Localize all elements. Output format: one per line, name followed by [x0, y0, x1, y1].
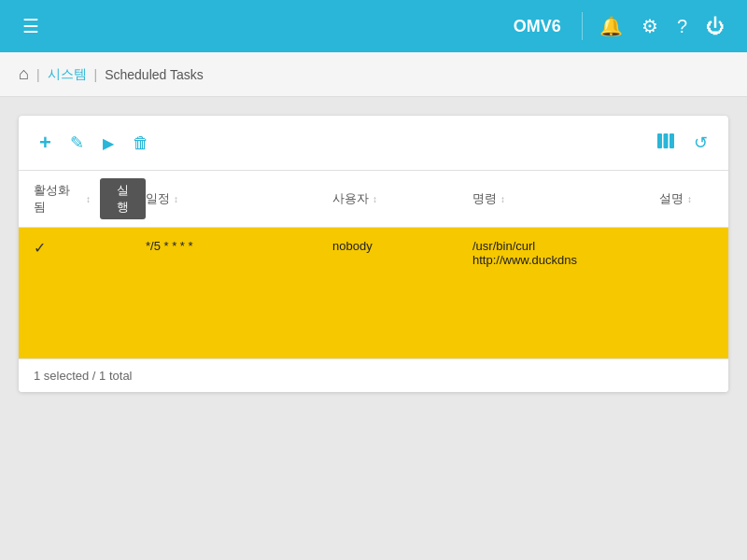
table-header: 활성화됨 ↕ 실행 일정 ↕ 사용자 ↕ 명령 ↕ 설명 ↕: [19, 171, 728, 228]
navbar-divider: [582, 12, 583, 40]
scheduled-tasks-card: + ✎ ▶ 🗑: [19, 116, 728, 392]
gear-icon: ⚙: [641, 15, 658, 37]
settings-button[interactable]: ⚙: [634, 9, 666, 43]
play-icon: ▶: [103, 134, 114, 152]
col-label-command: 명령: [472, 190, 497, 207]
navbar-right: OMV6 🔔 ⚙ ? ⏻: [514, 9, 732, 43]
cell-user: nobody: [332, 239, 472, 253]
columns-icon: [656, 132, 675, 155]
cell-schedule: */5 * * * *: [146, 239, 332, 253]
svg-rect-1: [664, 133, 669, 148]
power-icon: ⏻: [706, 16, 725, 37]
col-header-schedule: 일정 ↕: [146, 178, 332, 219]
cell-command: /usr/bin/curl http://www.duckdns: [472, 239, 659, 267]
bell-icon: 🔔: [599, 15, 623, 37]
breadcrumb-sep-1: |: [36, 67, 40, 82]
breadcrumb: ⌂ | 시스템 | Scheduled Tasks: [0, 52, 747, 97]
navbar: ☰ OMV6 🔔 ⚙ ? ⏻: [0, 0, 747, 52]
help-icon: ?: [677, 16, 687, 37]
delete-button[interactable]: 🗑: [127, 130, 155, 157]
refresh-button[interactable]: ↺: [688, 129, 713, 157]
col-header-active: 활성화됨 ↕ 실행: [34, 178, 146, 219]
breadcrumb-sep-2: |: [94, 67, 98, 82]
selection-count: 1 selected / 1 total: [34, 369, 133, 383]
col-sort-command: ↕: [500, 194, 505, 204]
power-button[interactable]: ⏻: [698, 10, 732, 43]
notifications-button[interactable]: 🔔: [592, 9, 630, 43]
toolbar-right: ↺: [651, 128, 713, 159]
row-filler: [19, 321, 728, 358]
toolbar-left: + ✎ ▶ 🗑: [34, 127, 155, 159]
cell-command-line1: /usr/bin/curl: [472, 239, 659, 253]
hamburger-button[interactable]: ☰: [15, 9, 47, 43]
col-label-description: 설명: [659, 190, 684, 207]
add-icon: +: [39, 131, 51, 155]
cell-active: ✓: [34, 239, 146, 257]
col-label-user: 사용자: [332, 190, 369, 207]
run-action-button[interactable]: 실행: [100, 178, 146, 219]
edit-icon: ✎: [70, 133, 84, 153]
col-label-active: 활성화됨: [34, 182, 80, 216]
col-sort-user: ↕: [373, 194, 377, 204]
home-breadcrumb[interactable]: ⌂: [19, 64, 29, 84]
hamburger-icon: ☰: [22, 15, 39, 37]
brand-label: OMV6: [514, 17, 561, 36]
refresh-icon: ↺: [694, 133, 708, 153]
main-content: + ✎ ▶ 🗑: [0, 97, 747, 560]
col-header-command: 명령 ↕: [472, 178, 659, 219]
cell-command-line2: http://www.duckdns: [472, 253, 659, 267]
svg-rect-2: [669, 133, 674, 148]
table-row[interactable]: ✓ */5 * * * * nobody /usr/bin/curl http:…: [19, 228, 728, 321]
col-sort-description: ↕: [687, 194, 692, 204]
add-button[interactable]: +: [34, 127, 57, 159]
col-sort-schedule: ↕: [174, 194, 178, 204]
breadcrumb-system[interactable]: 시스템: [48, 66, 87, 83]
col-sort-active: ↕: [86, 194, 91, 204]
toolbar: + ✎ ▶ 🗑: [19, 116, 728, 171]
run-button[interactable]: ▶: [97, 131, 120, 156]
navbar-left: ☰: [15, 9, 47, 43]
trash-icon: 🗑: [133, 133, 149, 153]
edit-button[interactable]: ✎: [64, 129, 90, 157]
columns-button[interactable]: [651, 128, 681, 159]
svg-rect-0: [657, 133, 662, 148]
col-header-user: 사용자 ↕: [332, 178, 472, 219]
col-header-description: 설명 ↕: [659, 178, 713, 219]
help-button[interactable]: ?: [669, 10, 695, 43]
col-label-schedule: 일정: [146, 190, 170, 207]
breadcrumb-current: Scheduled Tasks: [105, 67, 204, 82]
table-footer: 1 selected / 1 total: [19, 358, 728, 392]
